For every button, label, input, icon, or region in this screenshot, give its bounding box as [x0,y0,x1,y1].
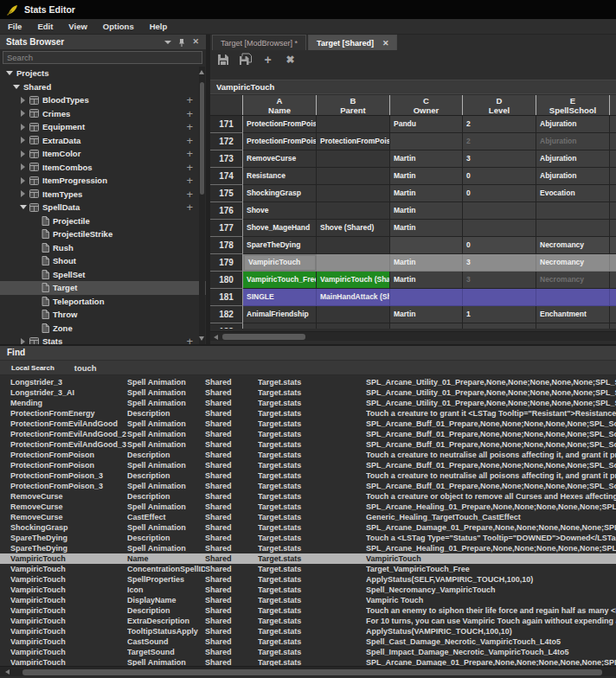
row-number[interactable]: 183 [210,323,243,329]
grid-cell[interactable] [317,237,390,254]
grid-cell[interactable] [317,185,390,202]
tree-item-projectile[interactable]: Projectile [0,214,206,228]
grid-cell[interactable]: Necromancy [536,254,610,272]
save-all-button[interactable] [238,52,253,67]
grid-cell[interactable] [536,220,610,237]
expand-icon[interactable] [19,163,27,170]
find-result-row[interactable]: Longstrider_3Spell AnimationSharedTarget… [0,377,616,387]
delete-row-button[interactable]: ✖ [283,52,298,67]
tab-target-modbrowser-[interactable]: Target [ModBrowser] * [212,35,306,50]
grid-cell[interactable] [390,237,463,254]
collapse-icon[interactable] [5,71,13,75]
row-number[interactable]: 174 [210,168,243,185]
scroll-left-icon[interactable] [5,669,10,675]
grid-cell[interactable] [243,323,317,329]
find-result-row[interactable]: VampiricTouchDescriptionSharedTarget.sta… [0,605,616,616]
add-entry-button[interactable]: + [186,135,193,146]
add-entry-button[interactable]: + [186,175,193,186]
grid-cell[interactable]: Enchantment [536,306,610,323]
find-result-row[interactable]: VampiricTouchNameSharedTarget.statsVampi… [0,553,616,564]
grid-corner[interactable] [210,95,243,115]
add-entry-button[interactable]: + [186,148,193,159]
local-search-button[interactable]: Local Search [11,364,55,372]
save-button[interactable] [215,52,230,67]
grid-cell[interactable]: 3 [463,272,536,289]
tree-item-stats[interactable]: Stats+ [0,335,206,344]
find-result-row[interactable]: VampiricTouchConcentrationSpellIDSharedT… [0,564,616,574]
tab-target-shared-[interactable]: Target [Shared]✕ [308,35,397,50]
tree-item-itemcombos[interactable]: ItemCombos+ [0,161,206,175]
expand-icon[interactable] [19,97,27,104]
tree-item-itemtypes[interactable]: ItemTypes+ [0,188,206,201]
find-result-row[interactable]: ShockingGraspSpell AnimationSharedTarget… [0,522,616,533]
grid-cell[interactable] [317,168,390,185]
grid-cell[interactable]: Evocation [536,185,610,202]
tab-close-icon[interactable]: ✕ [382,39,389,48]
tree-scroll-thumb[interactable] [200,82,204,195]
menu-options[interactable]: Options [95,19,142,34]
find-result-row[interactable]: SpareTheDyingDescriptionSharedTarget.sta… [0,533,616,543]
column-header-parent[interactable]: BParent [317,95,390,115]
column-header-owner[interactable]: COwner [390,95,463,115]
find-result-row[interactable]: RemoveCurseSpell AnimationSharedTarget.s… [0,502,616,512]
grid-cell[interactable]: Martin [390,220,463,237]
grid-cell[interactable] [317,202,390,220]
find-result-row[interactable]: VampiricTouchSpell AnimationSharedTarget… [0,657,616,666]
row-number[interactable]: 182 [210,306,243,323]
grid-hscrollbar[interactable] [210,331,616,341]
grid-cell[interactable] [317,254,390,272]
expand-icon[interactable] [19,150,27,157]
collapse-icon[interactable] [19,205,27,209]
grid-cell[interactable] [317,116,390,133]
row-number[interactable]: 176 [210,202,243,220]
find-result-row[interactable]: VampiricTouchTooltipStatusApplySharedTar… [0,626,616,636]
expand-icon[interactable] [19,110,27,117]
find-result-row[interactable]: Longstrider_3_AISpell AnimationSharedTar… [0,387,616,398]
grid-cell[interactable]: Martin [390,306,463,323]
search-input[interactable] [3,51,202,64]
grid-cell[interactable]: Abjuration [536,150,610,168]
expand-icon[interactable] [19,338,27,344]
grid-cell[interactable] [390,289,463,306]
tree-item-teleportation[interactable]: Teleportation [0,295,206,309]
row-number[interactable]: 171 [210,116,243,133]
grid-cell[interactable] [390,133,463,150]
scroll-left-icon[interactable] [214,335,218,340]
expand-icon[interactable] [19,190,27,197]
scroll-up-icon[interactable] [199,70,204,74]
add-entry-button[interactable]: + [186,94,193,106]
grid-cell[interactable] [317,306,390,323]
row-number[interactable]: 177 [210,220,243,237]
find-result-row[interactable]: ProtectionFromPoison_3Spell AnimationSha… [0,481,616,491]
grid-cell[interactable]: RemoveCurse [243,150,317,168]
add-entry-button[interactable]: + [186,189,193,200]
find-hscrollbar[interactable] [0,666,616,676]
row-number[interactable]: 178 [210,237,243,254]
grid-cell[interactable] [536,202,610,220]
add-entry-button[interactable]: + [186,121,193,132]
grid-cell[interactable] [536,289,610,306]
find-result-row[interactable]: VampiricTouchIconSharedTarget.statsSpell… [0,585,616,595]
find-result-row[interactable]: VampiricTouchTargetSoundSharedTarget.sta… [0,647,616,657]
find-scroll-thumb[interactable] [22,669,602,675]
grid-cell[interactable]: ProtectionFromPoison [317,133,390,150]
expand-icon[interactable] [19,124,27,131]
find-result-row[interactable]: MendingSpell AnimationSharedTarget.stats… [0,398,616,408]
menu-help[interactable]: Help [142,19,176,34]
grid-cell[interactable]: Necromancy [536,272,610,289]
grid-cell[interactable] [463,289,536,306]
grid-cell[interactable]: VampiricTouch (Shared) [317,272,390,289]
grid-cell[interactable] [463,323,536,329]
grid-cell[interactable]: Martin [390,272,463,289]
tree-item-extradata[interactable]: ExtraData+ [0,134,206,148]
find-result-row[interactable]: RemoveCurseDescriptionSharedTarget.stats… [0,491,616,502]
find-result-row[interactable]: ProtectionFromPoisonDescriptionSharedTar… [0,450,616,460]
tree-item-throw[interactable]: Throw [0,308,206,322]
grid-cell[interactable]: Martin [390,150,463,168]
row-number[interactable]: 181 [210,289,243,306]
row-number[interactable]: 180 [210,272,243,289]
find-result-row[interactable]: VampiricTouchDisplayNameSharedTarget.sta… [0,595,616,605]
cell-value-field[interactable] [210,80,616,94]
tree-item-rush[interactable]: Rush [0,241,206,255]
find-result-row[interactable]: RemoveCurseCastEffectSharedTarget.statsG… [0,512,616,522]
